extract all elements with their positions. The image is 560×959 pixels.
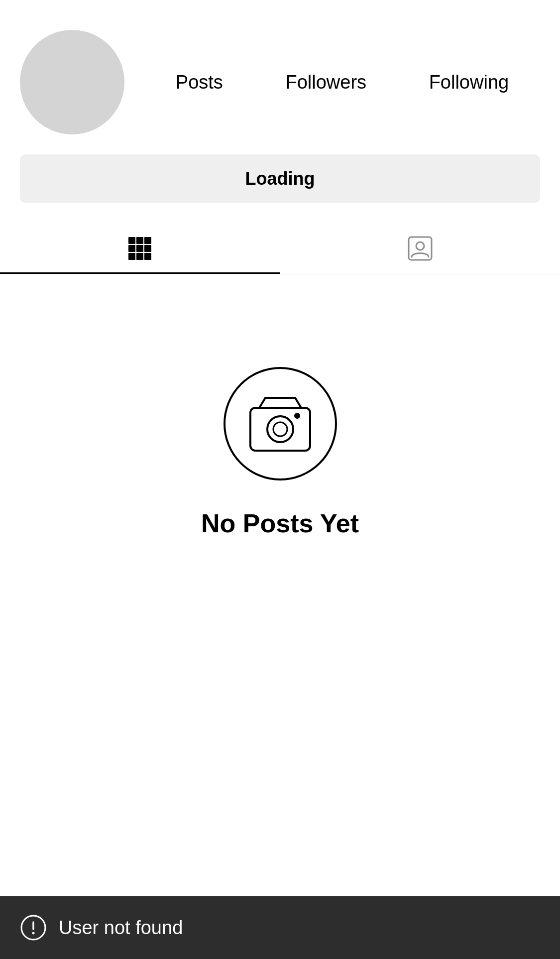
svg-point-15	[294, 413, 300, 419]
avatar	[20, 30, 124, 134]
svg-point-13	[267, 416, 293, 442]
svg-rect-6	[128, 253, 135, 260]
svg-point-14	[273, 422, 287, 436]
svg-rect-12	[250, 408, 310, 451]
svg-point-18	[32, 932, 35, 935]
stat-followers[interactable]: Followers	[285, 72, 366, 93]
followers-label: Followers	[285, 72, 366, 93]
avatar-container	[20, 30, 124, 134]
camera-icon	[221, 364, 340, 483]
grid-icon	[126, 235, 153, 262]
loading-button[interactable]: Loading	[20, 154, 540, 203]
toast-message: User not found	[59, 917, 183, 939]
svg-point-10	[416, 242, 424, 250]
tab-grid[interactable]	[0, 223, 280, 274]
svg-rect-4	[136, 245, 143, 252]
svg-rect-0	[128, 237, 135, 244]
error-icon	[20, 914, 47, 941]
svg-rect-1	[136, 237, 143, 244]
svg-rect-7	[136, 253, 143, 260]
tab-bar	[0, 223, 560, 274]
no-posts-title: No Posts Yet	[201, 508, 359, 538]
empty-state: No Posts Yet	[0, 274, 560, 588]
stat-following[interactable]: Following	[429, 72, 509, 93]
svg-point-11	[224, 368, 336, 480]
tagged-icon	[407, 235, 434, 262]
tab-tagged[interactable]	[280, 223, 560, 274]
profile-header: Posts Followers Following	[0, 0, 560, 154]
toast-notification: User not found	[0, 896, 560, 959]
posts-label: Posts	[176, 72, 223, 93]
svg-rect-8	[144, 253, 151, 260]
loading-btn-container: Loading	[0, 154, 560, 218]
following-label: Following	[429, 72, 509, 93]
svg-rect-5	[144, 245, 151, 252]
svg-rect-2	[144, 237, 151, 244]
stats-container: Posts Followers Following	[144, 72, 540, 93]
stat-posts[interactable]: Posts	[176, 72, 223, 93]
svg-rect-3	[128, 245, 135, 252]
